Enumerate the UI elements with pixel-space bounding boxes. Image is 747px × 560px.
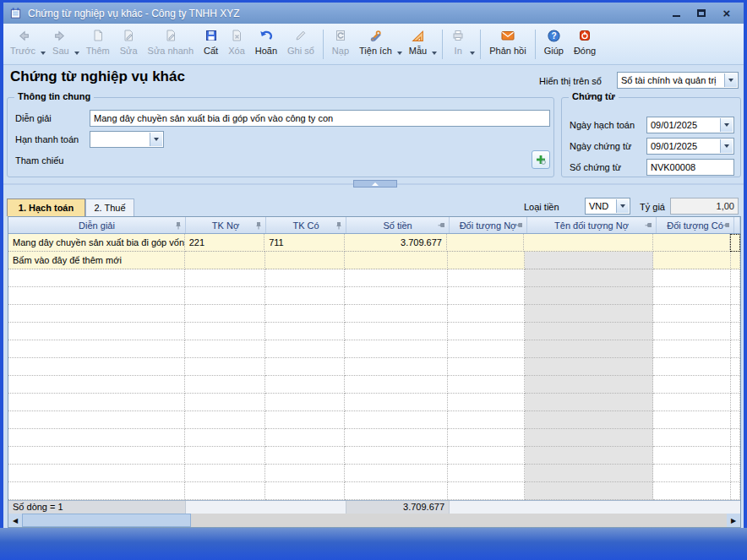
template-dropdown-caret[interactable] bbox=[432, 52, 439, 63]
document-date-picker[interactable]: 09/01/2025 bbox=[646, 138, 734, 155]
chevron-down-icon[interactable] bbox=[616, 199, 629, 213]
utilities-button[interactable]: Tiện ích bbox=[354, 25, 397, 63]
edit-button[interactable]: Sửa bbox=[115, 25, 143, 63]
pin-icon[interactable] bbox=[645, 221, 653, 231]
due-date-combobox[interactable] bbox=[90, 131, 164, 148]
pin-icon[interactable] bbox=[515, 221, 524, 231]
table-row-empty bbox=[8, 465, 740, 482]
row-count: Số dòng = 1 bbox=[8, 501, 186, 514]
col-header-debit-object[interactable]: Đối tượng Nợ bbox=[450, 217, 527, 233]
toolbar-separator bbox=[480, 30, 481, 59]
focused-cell[interactable] bbox=[730, 234, 740, 252]
add-reference-button[interactable] bbox=[532, 150, 550, 169]
table-row-empty bbox=[8, 482, 740, 500]
scroll-left-button[interactable]: ◀ bbox=[8, 514, 22, 527]
utilities-dropdown-caret[interactable] bbox=[397, 52, 404, 63]
document-number-input[interactable]: NVK00008 bbox=[646, 159, 734, 176]
close-form-button[interactable]: Đóng bbox=[569, 25, 601, 63]
exchange-rate-input: 1,00 bbox=[670, 198, 739, 215]
toolbar: Trước Sau Thêm Sửa Sửa nhanh Cất Xóa bbox=[3, 24, 744, 65]
cell-credit-object[interactable] bbox=[653, 234, 730, 252]
print-button[interactable]: In bbox=[446, 25, 470, 63]
undo-arrow-icon bbox=[259, 28, 273, 43]
back-dropdown-caret[interactable] bbox=[41, 52, 47, 63]
col-header-credit-object[interactable]: Đối tượng Có bbox=[657, 217, 734, 233]
cell-credit-account[interactable]: 711 bbox=[264, 234, 344, 252]
splitter-collapse-button[interactable] bbox=[353, 180, 397, 188]
add-new-row[interactable]: Bấm vào đây để thêm mới bbox=[8, 252, 740, 269]
scroll-right-button[interactable]: ▶ bbox=[727, 514, 740, 527]
tab-accounting[interactable]: 1. Hạch toán bbox=[7, 198, 85, 216]
general-info-group: Thông tin chung Diễn giải Mang dây chuyề… bbox=[7, 97, 554, 177]
horizontal-scrollbar[interactable]: ◀ ▶ bbox=[8, 514, 740, 527]
maximize-button[interactable] bbox=[695, 8, 707, 19]
help-icon: ? bbox=[547, 28, 561, 43]
window-title: Chứng từ nghiệp vụ khác - Công ty TNHH X… bbox=[28, 8, 240, 19]
grid-header: Diễn giải TK Nợ TK Có Số tiền Đối tượng … bbox=[8, 217, 740, 234]
col-header-description[interactable]: Diễn giải bbox=[8, 217, 186, 233]
envelope-icon bbox=[500, 28, 515, 43]
maximize-icon bbox=[697, 9, 706, 17]
quick-edit-button[interactable]: Sửa nhanh bbox=[143, 25, 199, 63]
chevron-down-icon[interactable] bbox=[720, 118, 733, 132]
delete-button[interactable]: Xóa bbox=[223, 25, 250, 63]
chevron-down-icon[interactable] bbox=[720, 139, 733, 153]
template-button[interactable]: Mẫu bbox=[404, 25, 432, 63]
cell-debit-object-name[interactable] bbox=[524, 234, 652, 252]
chevron-down-icon[interactable] bbox=[724, 73, 737, 87]
document-legend: Chứng từ bbox=[569, 91, 619, 101]
app-icon bbox=[9, 7, 22, 19]
col-header-filler bbox=[734, 217, 740, 233]
cell-amount[interactable]: 3.709.677 bbox=[345, 234, 447, 252]
printer-icon bbox=[451, 28, 465, 43]
display-on-book-combobox[interactable]: Sổ tài chính và quản trị bbox=[617, 72, 739, 89]
table-row-empty bbox=[8, 411, 740, 429]
document-date-label: Ngày chứng từ bbox=[570, 141, 631, 151]
tab-tax[interactable]: 2. Thuế bbox=[85, 198, 134, 216]
posting-date-picker[interactable]: 09/01/2025 bbox=[646, 117, 734, 133]
refresh-icon bbox=[334, 28, 347, 43]
close-button[interactable]: × bbox=[721, 8, 733, 19]
currency-label: Loại tiền bbox=[524, 202, 559, 212]
document-add-icon bbox=[91, 28, 105, 43]
help-button[interactable]: ? Giúp bbox=[539, 25, 569, 63]
scrollbar-thumb[interactable] bbox=[22, 514, 191, 527]
save-button[interactable]: Cất bbox=[199, 25, 223, 63]
minimize-button[interactable] bbox=[670, 8, 682, 19]
add-button[interactable]: Thêm bbox=[81, 25, 115, 63]
forward-button[interactable]: Sau bbox=[47, 25, 74, 63]
col-header-debit-object-name[interactable]: Tên đối tượng Nợ bbox=[527, 217, 657, 233]
pin-icon[interactable] bbox=[335, 221, 343, 231]
pin-icon[interactable] bbox=[255, 221, 263, 231]
toolbar-separator bbox=[442, 30, 443, 59]
chevron-down-icon[interactable] bbox=[150, 133, 162, 146]
add-new-hint[interactable]: Bấm vào đây để thêm mới bbox=[8, 252, 185, 269]
reload-button[interactable]: Nạp bbox=[327, 25, 354, 63]
table-row[interactable]: Mang dây chuyền sản xuất bia đi góp vốn … bbox=[8, 234, 740, 252]
amount-total: 3.709.677 bbox=[346, 501, 450, 514]
close-icon: × bbox=[723, 8, 731, 19]
feedback-button[interactable]: Phản hồi bbox=[484, 25, 531, 63]
description-input[interactable]: Mang dây chuyền sản xuất bia đi góp vốn … bbox=[90, 110, 550, 127]
back-button[interactable]: Trước bbox=[5, 25, 41, 63]
general-info-legend: Thông tin chung bbox=[14, 91, 94, 101]
cell-debit-account[interactable]: 221 bbox=[185, 234, 264, 252]
cell-debit-object[interactable] bbox=[447, 234, 524, 252]
col-header-credit-account[interactable]: TK Có bbox=[266, 217, 346, 233]
tools-icon bbox=[368, 28, 383, 43]
print-dropdown-caret[interactable] bbox=[470, 52, 477, 63]
undo-button[interactable]: Hoãn bbox=[250, 25, 282, 63]
currency-combobox[interactable]: VND bbox=[585, 198, 630, 215]
forward-dropdown-caret[interactable] bbox=[74, 52, 81, 63]
pin-icon[interactable] bbox=[175, 221, 183, 231]
col-header-debit-account[interactable]: TK Nợ bbox=[186, 217, 266, 233]
cell-description[interactable]: Mang dây chuyền sản xuất bia đi góp vốn … bbox=[8, 234, 185, 252]
post-button[interactable]: Ghi sổ bbox=[282, 25, 319, 63]
scrollbar-track[interactable] bbox=[191, 514, 727, 527]
pin-icon[interactable] bbox=[438, 221, 446, 231]
col-header-amount[interactable]: Số tiền bbox=[346, 217, 450, 233]
title-bar: Chứng từ nghiệp vụ khác - Công ty TNHH X… bbox=[3, 3, 744, 24]
posting-date-label: Ngày hạch toán bbox=[570, 120, 635, 130]
app-window: Chứng từ nghiệp vụ khác - Công ty TNHH X… bbox=[0, 0, 747, 560]
pin-icon[interactable] bbox=[722, 221, 731, 231]
